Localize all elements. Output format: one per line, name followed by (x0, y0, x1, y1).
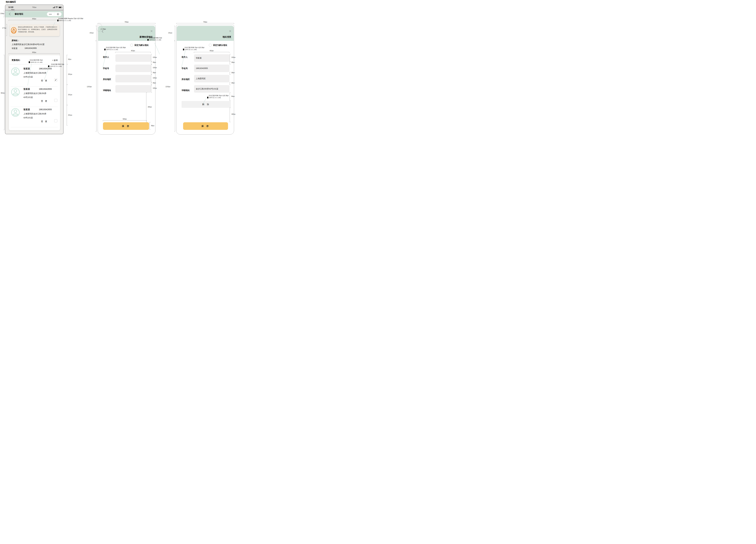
miniprogram-capsule[interactable]: ••• (47, 12, 62, 16)
design-canvas: 地址编辑页 12:00 750px 修改地址 ••• (0, 0, 237, 135)
address-list-item[interactable]: 张某某 18618342655 上海普陀区金沙江路250弄 43号101室 变 … (9, 66, 60, 87)
dim-191px: 191px (168, 32, 172, 34)
dim-365px: 365px (148, 106, 152, 108)
back-icon[interactable] (102, 30, 104, 33)
wifi-icon (56, 6, 58, 8)
dim-100px: 100px (153, 57, 157, 58)
avatar-icon (11, 67, 20, 76)
phone-input[interactable]: 18618342655 (194, 65, 230, 72)
dim-36px: 36px (153, 62, 156, 63)
dim-100px: 100px (153, 77, 157, 79)
original-address-value: 上海普陀区金沙江路250弄43号101室 (12, 43, 44, 46)
recipient-name: 张某某 (23, 67, 30, 70)
dim-92px: 92px (68, 59, 71, 60)
radius-callout-ellipse (96, 23, 102, 32)
address-list-item[interactable]: 张某某 18618342655 上海普陀区金沙江路250弄 43号101室 变 … (9, 107, 60, 127)
dim-750px: 750px (98, 21, 155, 23)
dim-36px: 36px (153, 72, 156, 74)
address-line2: 43号101室 (23, 116, 33, 119)
dim-36px: 36px (153, 82, 156, 84)
recipient-phone: 18618342655 (39, 88, 52, 90)
field-label-detail: 详细地址 (182, 89, 190, 92)
default-address-radio[interactable] (209, 44, 212, 47)
field-label-phone: 手机号 (103, 67, 109, 70)
select-checkbox[interactable] (54, 119, 57, 122)
default-address-label: 设定为默认地址 (134, 44, 149, 47)
dim-750px: 750px (176, 21, 234, 23)
recipient-name: 张某某 (23, 88, 30, 91)
font-annotation: 汉仪正圆 65简 31pt 行距:36pt (184, 47, 204, 49)
dim-1203px: 1203px (87, 86, 92, 88)
dim-36px: 36px (231, 72, 235, 74)
region-input[interactable] (115, 75, 151, 82)
address-line1: 上海普陀区金沙江路250弄 (23, 72, 46, 74)
warning-icon (11, 27, 17, 34)
recipient-input[interactable]: 张某某 (194, 54, 230, 62)
nav-header: 修改地址 ••• (5, 11, 63, 17)
dim-100px: 100px (153, 67, 157, 69)
cmyk-annotation: CMYK (0, 0, 0, 100) (48, 65, 62, 67)
recipient-phone: 18618342655 (39, 108, 52, 111)
dim-100px: 100px (231, 57, 235, 58)
default-address-radio[interactable] (130, 44, 133, 47)
cmyk-annotation: CMYK (0, 0, 0, 100) (29, 61, 42, 63)
original-address-phone: 18618342655 (24, 47, 37, 49)
cmyk-annotation: CMYK (0, 0, 0, 100) (207, 97, 221, 98)
recipient-input[interactable] (115, 54, 151, 62)
change-button[interactable]: 变 更 (41, 100, 48, 103)
address-line2: 43号101室 (23, 76, 33, 78)
detail-input[interactable]: 金沙江路250弄43号101室 (194, 85, 230, 93)
cmyk-annotation: CMYK (0, 0, 0, 100) (147, 39, 161, 41)
warning-text: 修改后会影响物流失效、送货上门等服务，只能原价修改且付款后只能修改一次。若因商品… (18, 26, 58, 33)
avatar-icon (11, 108, 20, 117)
address-list-item[interactable]: 张某某 18618342655 上海普陀区金沙江路250弄 43号101室 变 … (9, 87, 60, 107)
font-annotation: 汉仪正圆 65简 31pt 行距:36pt (209, 95, 228, 97)
more-menu-icon[interactable]: ••• (47, 13, 54, 15)
region-input[interactable]: 上海普陀区 (194, 75, 230, 82)
field-label-region: 所在地区 (103, 78, 111, 81)
font-annotation: 汉仪正圆 65简 31pt 行距:36pt (106, 47, 126, 49)
font-annotation: 汉仪细中圆简 Regular 22pt 行距:36pt (58, 18, 83, 20)
recipient-phone: 18618342655 (39, 67, 52, 70)
delete-button[interactable]: 删 除 (182, 101, 231, 108)
font-annotation: 汉仪正圆 65简 41pt (30, 59, 43, 61)
address-line1: 上海普陀区金沙江路250弄 (23, 113, 46, 115)
dim-191px: 191px (90, 32, 94, 34)
back-icon[interactable] (9, 13, 11, 15)
select-checkbox[interactable]: ✓ (54, 78, 57, 82)
add-new-button[interactable]: + 新增 (52, 59, 58, 62)
dim-650px-top: 650px (9, 18, 60, 20)
close-icon[interactable]: × (150, 29, 153, 33)
phone-input[interactable] (115, 65, 151, 72)
signal-icon (53, 6, 55, 8)
change-button[interactable]: 变 更 (41, 79, 48, 82)
dim-1203px: 1203px (165, 86, 170, 88)
nav-header: r= 20px × 新增收货地址 (98, 26, 155, 41)
phone-frame-modify-address: 12:00 750px 修改地址 ••• (5, 5, 64, 134)
default-address-label: 设定为默认地址 (213, 44, 227, 47)
save-button[interactable]: 保 存 (103, 122, 149, 130)
original-address-label: 原地址： (12, 39, 20, 42)
field-label-detail: 详细地址 (103, 89, 111, 92)
close-icon[interactable]: × (229, 29, 231, 33)
field-label-region: 所在地区 (182, 78, 190, 81)
field-label-phone: 手机号 (182, 67, 188, 70)
dim-261px: 261px (68, 94, 72, 96)
dim-36px: 36px (231, 82, 235, 84)
cmyk-annotation: CMYK (0, 0, 0, 100) (57, 20, 71, 21)
recipient-name: 张某某 (23, 108, 30, 111)
font-annotation: 汉仪正圆 65简 31pt (51, 63, 64, 65)
dim-261px: 261px (68, 74, 72, 75)
address-line2: 43号101室 (23, 96, 33, 99)
select-checkbox[interactable] (54, 99, 57, 102)
dim-261px: 261px (68, 114, 72, 116)
exit-target-icon[interactable] (54, 13, 62, 15)
detail-input[interactable] (115, 85, 151, 93)
save-button[interactable]: 保 存 (183, 122, 228, 130)
nav-header: × 地址变更 (177, 26, 234, 41)
change-button[interactable]: 变 更 (41, 120, 48, 123)
font-annotation: 汉仪正圆 65简 31pt (149, 37, 162, 39)
dim-650px-mid: 650px (9, 52, 60, 53)
dim-96px: 96px (151, 125, 154, 127)
dim-100px: 100px (153, 87, 157, 89)
